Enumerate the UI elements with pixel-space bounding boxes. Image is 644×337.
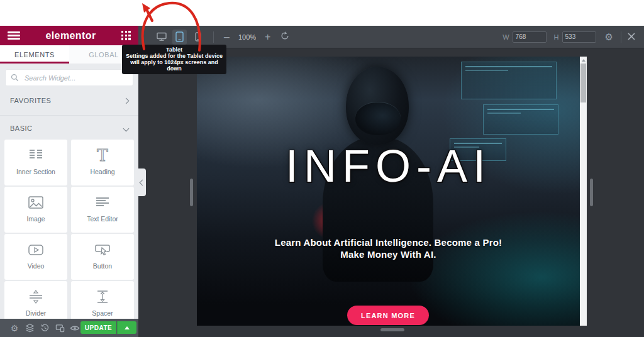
widget-card-video[interactable]: Video bbox=[4, 234, 67, 280]
image-icon bbox=[27, 194, 45, 211]
scrollbar-thumb[interactable] bbox=[580, 64, 586, 102]
navigator-icon[interactable] bbox=[25, 323, 35, 333]
widget-card-heading[interactable]: T Heading bbox=[71, 140, 134, 185]
widget-label: Image bbox=[26, 215, 45, 223]
hero-section: INFO-AI Learn About Artificial Intellige… bbox=[197, 57, 580, 326]
history-icon[interactable] bbox=[40, 323, 50, 333]
hud-panel bbox=[483, 104, 558, 135]
zoom-out-button[interactable]: – bbox=[220, 31, 233, 43]
canvas-scrollbar[interactable] bbox=[580, 57, 587, 326]
responsive-icon[interactable] bbox=[55, 323, 65, 333]
hud-panel bbox=[461, 62, 557, 99]
section-favorites[interactable]: FAVORITES bbox=[0, 91, 138, 110]
divider-icon bbox=[27, 289, 45, 305]
widget-label: Inner Section bbox=[16, 168, 55, 175]
close-icon[interactable] bbox=[625, 30, 638, 44]
divider bbox=[0, 115, 138, 116]
zoom-level: 100% bbox=[233, 33, 261, 41]
preview-icon[interactable] bbox=[70, 323, 80, 333]
width-label: W bbox=[502, 33, 509, 41]
widget-label: Video bbox=[28, 262, 45, 270]
elementor-logo: elementor bbox=[20, 30, 121, 41]
divider bbox=[213, 31, 214, 43]
height-input[interactable] bbox=[562, 31, 596, 43]
learn-more-button[interactable]: LEARN MORE bbox=[347, 306, 429, 325]
tab-elements[interactable]: ELEMENTS bbox=[0, 45, 69, 64]
update-button[interactable]: UPDATE bbox=[80, 321, 116, 334]
widget-label: Text Editor bbox=[87, 215, 118, 223]
widget-card-spacer[interactable]: Spacer bbox=[71, 281, 134, 319]
widget-card-image[interactable]: Image bbox=[4, 187, 67, 233]
widget-panel: FAVORITES BASIC Inner Section T bbox=[0, 64, 138, 319]
widget-card-divider[interactable]: Divider bbox=[4, 281, 67, 319]
elementor-editor: elementor ELEMENTS GLOBAL FAVORITES BASI… bbox=[0, 0, 644, 337]
device-tooltip: Tablet Settings added for the Tablet dev… bbox=[122, 45, 226, 74]
hero-subtitle: Learn About Artificial Intelligence. Bec… bbox=[197, 236, 580, 260]
reset-zoom-icon[interactable] bbox=[274, 31, 293, 43]
tablet-icon[interactable] bbox=[172, 30, 187, 45]
chevron-down-icon bbox=[123, 125, 130, 131]
section-basic[interactable]: BASIC bbox=[0, 119, 138, 138]
panel-tabs: ELEMENTS GLOBAL bbox=[0, 45, 138, 64]
widget-label: Spacer bbox=[92, 309, 113, 317]
desktop-icon[interactable] bbox=[154, 30, 169, 45]
preferences-gear-icon[interactable]: ⚙ bbox=[605, 32, 613, 41]
widget-label: Divider bbox=[26, 309, 47, 317]
settings-icon[interactable]: ⚙ bbox=[9, 323, 19, 333]
menu-icon[interactable] bbox=[8, 31, 20, 40]
widget-label: Button bbox=[93, 262, 112, 270]
canvas-resize-handle-right[interactable] bbox=[590, 179, 593, 206]
width-input[interactable] bbox=[513, 31, 547, 43]
update-options-arrow[interactable] bbox=[117, 321, 136, 334]
robot-visor bbox=[355, 102, 401, 135]
search-input[interactable] bbox=[23, 74, 126, 82]
svg-text:T: T bbox=[97, 147, 108, 163]
panel-collapse-tab[interactable] bbox=[138, 168, 146, 196]
zoom-in-button[interactable]: + bbox=[261, 31, 274, 43]
widget-card-text-editor[interactable]: Text Editor bbox=[71, 187, 134, 233]
preview-canvas: INFO-AI Learn About Artificial Intellige… bbox=[197, 57, 587, 326]
height-label: H bbox=[554, 33, 559, 41]
chevron-right-icon bbox=[123, 97, 130, 104]
chevron-left-icon bbox=[140, 179, 146, 185]
heading-icon: T bbox=[94, 147, 111, 163]
hero-title: INFO-AI bbox=[197, 143, 580, 189]
inner-section-icon bbox=[27, 147, 45, 163]
widget-card-inner-section[interactable]: Inner Section bbox=[4, 140, 67, 185]
canvas-resize-handle-bottom[interactable] bbox=[380, 328, 404, 331]
scrollbar-up-arrow[interactable] bbox=[580, 57, 587, 64]
search-widget-box[interactable] bbox=[5, 69, 133, 86]
mobile-icon[interactable] bbox=[191, 30, 205, 45]
button-icon bbox=[94, 241, 111, 258]
search-icon bbox=[11, 74, 19, 82]
widget-card-button[interactable]: Button bbox=[71, 234, 134, 280]
panel-header: elementor bbox=[0, 26, 138, 45]
spacer-icon bbox=[94, 289, 111, 305]
video-icon bbox=[27, 241, 45, 258]
widgets-grid-icon[interactable] bbox=[121, 31, 131, 40]
canvas-resize-handle-left[interactable] bbox=[190, 179, 193, 206]
divider bbox=[621, 31, 621, 43]
widget-label: Heading bbox=[90, 168, 114, 175]
text-editor-icon bbox=[94, 194, 111, 211]
